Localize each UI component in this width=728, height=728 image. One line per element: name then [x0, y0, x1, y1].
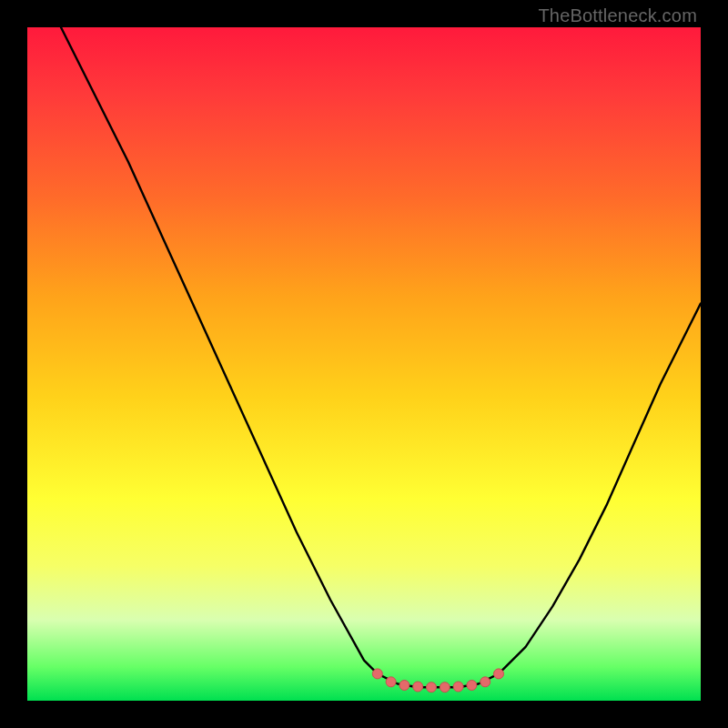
valley-marker [480, 677, 490, 687]
valley-marker [453, 682, 463, 692]
valley-marker [494, 669, 504, 679]
valley-marker [372, 669, 382, 679]
curve-group [61, 27, 701, 687]
plot-area [27, 27, 701, 701]
valley-marker [399, 681, 410, 691]
outer-frame: TheBottleneck.com [0, 0, 728, 728]
valley-marker [427, 682, 437, 693]
chart-svg [27, 27, 701, 701]
valley-marker [413, 682, 423, 692]
markers-group [372, 669, 503, 693]
bottleneck-curve [61, 27, 701, 687]
attribution-text: TheBottleneck.com [538, 5, 697, 26]
valley-marker [440, 682, 450, 693]
valley-marker [467, 681, 477, 691]
valley-marker [386, 677, 396, 687]
